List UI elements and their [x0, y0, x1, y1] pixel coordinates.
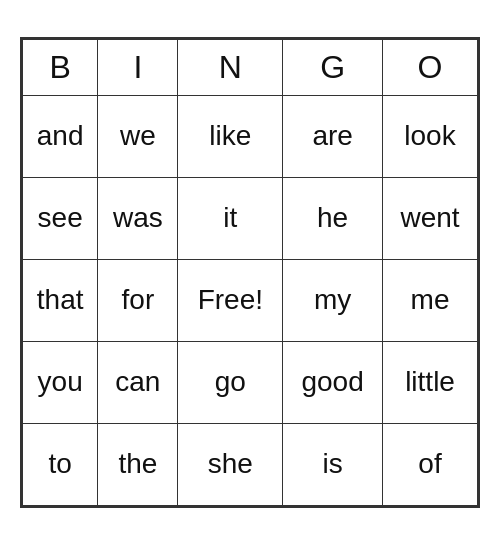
- cell-r4-c2: she: [178, 423, 283, 505]
- header-g: G: [283, 39, 383, 95]
- cell-r3-c2: go: [178, 341, 283, 423]
- bingo-card: B I N G O andwelikearelookseewasithewent…: [20, 37, 480, 508]
- cell-r4-c0: to: [23, 423, 98, 505]
- cell-r1-c3: he: [283, 177, 383, 259]
- cell-r0-c3: are: [283, 95, 383, 177]
- header-b: B: [23, 39, 98, 95]
- cell-r3-c1: can: [98, 341, 178, 423]
- header-i: I: [98, 39, 178, 95]
- cell-r4-c1: the: [98, 423, 178, 505]
- cell-r1-c4: went: [383, 177, 478, 259]
- cell-r0-c2: like: [178, 95, 283, 177]
- cell-r3-c0: you: [23, 341, 98, 423]
- cell-r0-c1: we: [98, 95, 178, 177]
- cell-r0-c0: and: [23, 95, 98, 177]
- header-o: O: [383, 39, 478, 95]
- cell-r0-c4: look: [383, 95, 478, 177]
- cell-r4-c4: of: [383, 423, 478, 505]
- cell-r2-c2: Free!: [178, 259, 283, 341]
- cell-r2-c1: for: [98, 259, 178, 341]
- cell-r2-c3: my: [283, 259, 383, 341]
- cell-r4-c3: is: [283, 423, 383, 505]
- cell-r3-c3: good: [283, 341, 383, 423]
- bingo-header-row: B I N G O: [23, 39, 478, 95]
- cell-r2-c0: that: [23, 259, 98, 341]
- table-row: andwelikearelook: [23, 95, 478, 177]
- cell-r3-c4: little: [383, 341, 478, 423]
- cell-r1-c0: see: [23, 177, 98, 259]
- table-row: seewasithewent: [23, 177, 478, 259]
- table-row: tothesheisof: [23, 423, 478, 505]
- header-n: N: [178, 39, 283, 95]
- cell-r1-c2: it: [178, 177, 283, 259]
- cell-r1-c1: was: [98, 177, 178, 259]
- table-row: thatforFree!myme: [23, 259, 478, 341]
- cell-r2-c4: me: [383, 259, 478, 341]
- table-row: youcangogoodlittle: [23, 341, 478, 423]
